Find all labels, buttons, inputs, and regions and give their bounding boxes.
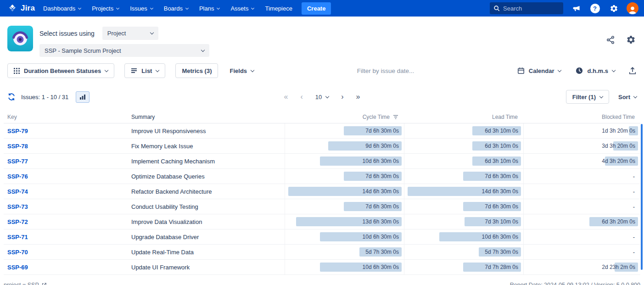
- table-header: Key Summary Cycle Time Lead Time Blocked…: [4, 111, 640, 123]
- issues-count-label: Issues: 1 - 10 / 31: [21, 94, 68, 101]
- create-button[interactable]: Create: [302, 2, 331, 15]
- calendar-icon: [517, 67, 525, 74]
- issue-summary: Refactor Backend Architecture: [131, 188, 285, 195]
- pagination: « ‹ 10 › »: [284, 93, 360, 101]
- nav-item-plans[interactable]: Plans: [199, 5, 220, 12]
- blocked-time-cell: -: [523, 199, 640, 214]
- report-settings-gear-icon[interactable]: [626, 35, 636, 45]
- chevron-down-icon: [105, 68, 108, 72]
- next-page-button[interactable]: ›: [341, 93, 343, 101]
- fields-dropdown[interactable]: Fields: [228, 63, 255, 78]
- column-header-summary: Summary: [131, 114, 285, 120]
- chevron-down-icon: [150, 31, 154, 34]
- table-row: SSP-73Conduct Usability Testing7d 6h 30m…: [4, 199, 640, 214]
- issue-key-link[interactable]: SSP-71: [7, 234, 28, 240]
- nav-item-label: Projects: [92, 5, 113, 12]
- prev-page-button[interactable]: ‹: [300, 93, 302, 101]
- search-input[interactable]: [503, 5, 560, 12]
- project-select[interactable]: SSP - Sample Scrum Project: [39, 44, 209, 57]
- key-cell: SSP-78: [4, 143, 131, 150]
- jira-home-link[interactable]: Jira: [7, 3, 35, 13]
- nav-item-boards[interactable]: Boards: [164, 5, 188, 12]
- issue-key-link[interactable]: SSP-74: [7, 188, 28, 195]
- nav-item-label: Timepiece: [265, 5, 292, 12]
- filter-button[interactable]: Filter (1): [566, 90, 609, 104]
- calendar-dropdown[interactable]: Calendar: [516, 63, 563, 78]
- time-units-dropdown[interactable]: d.h.m.s: [574, 63, 616, 78]
- chevron-down-icon: [185, 6, 189, 9]
- cycle-time-cell: 7d 6h 30m 0s: [285, 123, 404, 138]
- metrics-button[interactable]: Metrics (3): [175, 63, 218, 78]
- table-row: SSP-69Update UI Framework10d 6h 30m 0s7d…: [4, 260, 640, 275]
- picker-actions: [606, 35, 636, 45]
- refresh-icon[interactable]: [7, 93, 16, 101]
- column-header-label: Lead Time: [492, 114, 518, 120]
- issue-key-link[interactable]: SSP-77: [7, 158, 28, 165]
- duration-value: 6d 3h 10m 0s: [485, 158, 518, 164]
- lead-time-cell: 7d 3h 10m 0s: [404, 214, 523, 229]
- export-icon[interactable]: [628, 67, 637, 75]
- nav-item-assets[interactable]: Assets: [230, 5, 254, 12]
- blocked-time-cell: 2d 23h 2m 0s: [523, 260, 640, 274]
- nav-item-issues[interactable]: Issues: [130, 5, 153, 12]
- lead-time-cell: 7d 7h 28m 0s: [404, 260, 523, 274]
- nav-item-projects[interactable]: Projects: [92, 5, 119, 12]
- duration-value: 9d 6h 30m 0s: [365, 143, 399, 149]
- duration-value: 14d 6h 30m 0s: [482, 188, 518, 195]
- blocked-time-cell: 4d 3h 20m 0s: [523, 154, 640, 168]
- view-mode-dropdown[interactable]: List: [124, 63, 165, 78]
- page-size-dropdown[interactable]: 10: [315, 94, 329, 101]
- issue-summary: Upgrade Database Driver: [131, 234, 285, 240]
- nav-item-label: Issues: [130, 5, 147, 12]
- nav-item-label: Assets: [230, 5, 248, 12]
- issue-key-link[interactable]: SSP-78: [7, 143, 28, 150]
- jql-query-link[interactable]: project = SSP: [4, 282, 47, 285]
- duration-value: 6d 3h 10m 0s: [485, 143, 518, 149]
- empty-duration: -: [633, 234, 635, 240]
- first-page-button[interactable]: «: [284, 93, 288, 101]
- sort-label: Sort: [618, 94, 630, 101]
- lead-time-cell: 14d 6h 30m 0s: [404, 184, 523, 199]
- user-avatar[interactable]: [627, 2, 638, 14]
- announcements-icon[interactable]: [570, 2, 582, 14]
- issue-source-select[interactable]: Project: [102, 27, 158, 40]
- issue-key-link[interactable]: SSP-73: [7, 203, 28, 210]
- issue-date-filter[interactable]: Filter by issue date...: [265, 67, 506, 74]
- report-type-label: Duration Between Statuses: [24, 67, 101, 74]
- share-icon[interactable]: [606, 35, 615, 45]
- nav-menu: DashboardsProjectsIssuesBoardsPlansAsset…: [43, 5, 292, 12]
- scrollbar-thumb[interactable]: [641, 124, 643, 270]
- last-page-button[interactable]: »: [356, 93, 360, 101]
- nav-item-timepiece[interactable]: Timepiece: [265, 5, 292, 12]
- search-box[interactable]: [490, 2, 563, 14]
- key-cell: SSP-71: [4, 234, 131, 240]
- column-filter-icon[interactable]: [393, 115, 398, 119]
- sort-dropdown[interactable]: Sort: [618, 94, 637, 101]
- chevron-down-icon: [78, 6, 81, 9]
- lead-time-cell: 7d 6h 30m 0s: [404, 199, 523, 214]
- jql-query-text: project = SSP: [4, 282, 39, 285]
- column-header-label: Cycle Time: [363, 114, 390, 120]
- column-header-label: Blocked Time: [602, 114, 635, 120]
- chart-view-button[interactable]: [76, 91, 90, 103]
- duration-value: 10d 6h 30m 0s: [363, 264, 399, 270]
- chevron-down-icon: [612, 68, 616, 72]
- issue-key-link[interactable]: SSP-79: [7, 128, 28, 134]
- report-type-dropdown[interactable]: Duration Between Statuses: [7, 63, 114, 78]
- help-icon[interactable]: [589, 2, 601, 14]
- duration-value: 7d 7h 28m 0s: [485, 264, 518, 270]
- issue-key-link[interactable]: SSP-72: [7, 218, 28, 225]
- issues-bar: Issues: 1 - 10 / 31 « ‹ 10 › » Filter (1…: [0, 84, 644, 111]
- issue-key-link[interactable]: SSP-69: [7, 264, 28, 271]
- key-cell: SSP-76: [4, 173, 131, 180]
- issue-key-link[interactable]: SSP-76: [7, 173, 28, 180]
- app-logo: [7, 26, 33, 57]
- issue-key-link[interactable]: SSP-70: [7, 249, 28, 256]
- settings-gear-icon[interactable]: [608, 2, 620, 14]
- nav-item-dashboards[interactable]: Dashboards: [43, 5, 81, 12]
- chevron-down-icon: [150, 6, 153, 9]
- nav-item-label: Dashboards: [43, 5, 75, 12]
- chevron-down-icon: [251, 6, 254, 9]
- table-body: SSP-79Improve UI Responsiveness7d 6h 30m…: [4, 123, 640, 275]
- issue-source-value: Project: [107, 30, 126, 37]
